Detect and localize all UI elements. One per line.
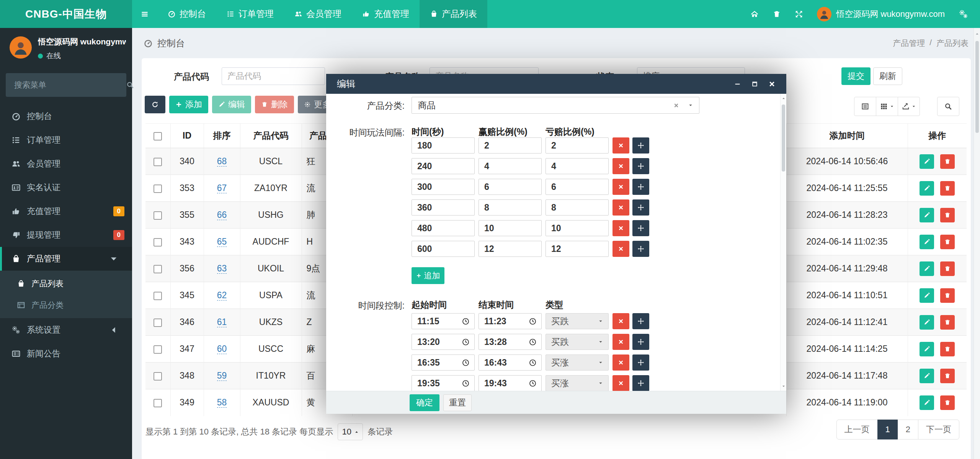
remove-row-button[interactable] bbox=[612, 199, 629, 216]
row-checkbox[interactable] bbox=[154, 292, 162, 300]
row-checkbox[interactable] bbox=[154, 372, 162, 381]
maximize-icon[interactable] bbox=[751, 80, 758, 88]
page-size-select[interactable]: 10 bbox=[338, 423, 363, 440]
move-row-button[interactable] bbox=[632, 199, 649, 216]
nav-item[interactable]: 控制台 bbox=[157, 0, 216, 28]
scroll-up-icon[interactable] bbox=[782, 96, 786, 100]
delete-row-button[interactable] bbox=[940, 154, 955, 169]
delete-row-button[interactable] bbox=[940, 315, 955, 330]
submit-button[interactable]: 提交 bbox=[841, 67, 871, 85]
sidebar-item[interactable]: 充值管理0 bbox=[0, 199, 132, 223]
edit-row-button[interactable] bbox=[920, 395, 934, 410]
delete-row-button[interactable] bbox=[940, 235, 955, 249]
move-row-button[interactable] bbox=[632, 158, 649, 174]
delete-row-button[interactable] bbox=[940, 342, 955, 356]
table-search-button[interactable] bbox=[937, 97, 959, 116]
sort-link[interactable]: 65 bbox=[217, 237, 227, 247]
loss-ratio-input[interactable] bbox=[546, 137, 609, 154]
sidebar-item[interactable]: 产品管理 bbox=[0, 247, 132, 271]
type-select[interactable]: 买涨 bbox=[546, 375, 609, 391]
scroll-down-icon[interactable] bbox=[782, 384, 786, 388]
loss-ratio-input[interactable] bbox=[546, 199, 609, 216]
sidebar-subitem[interactable]: 产品列表 bbox=[0, 273, 132, 294]
fullscreen-icon[interactable] bbox=[795, 10, 803, 18]
user-menu[interactable]: 悟空源码网 wukongymw.com bbox=[817, 7, 945, 21]
settings-gears-icon[interactable] bbox=[959, 9, 969, 19]
reset-button[interactable]: 重置 bbox=[443, 394, 472, 411]
export-button[interactable] bbox=[898, 97, 920, 116]
nav-item[interactable]: 充值管理 bbox=[352, 0, 420, 28]
edit-row-button[interactable] bbox=[920, 154, 934, 169]
next-page-button[interactable]: 下一页 bbox=[918, 420, 959, 439]
clear-icon[interactable] bbox=[673, 103, 679, 108]
win-ratio-input[interactable] bbox=[479, 199, 542, 216]
interval-seconds-input[interactable] bbox=[412, 158, 475, 174]
sort-link[interactable]: 67 bbox=[217, 183, 227, 193]
end-time-input[interactable]: 13:28 bbox=[479, 334, 542, 350]
col-id[interactable]: ID bbox=[170, 124, 204, 148]
delete-button[interactable]: 删除 bbox=[255, 96, 294, 113]
interval-seconds-input[interactable] bbox=[412, 241, 475, 257]
edit-row-button[interactable] bbox=[920, 235, 934, 249]
nav-item[interactable]: 订单管理 bbox=[216, 0, 284, 28]
sidebar-subitem[interactable]: 产品分类 bbox=[0, 294, 132, 316]
columns-button[interactable] bbox=[876, 97, 898, 116]
win-ratio-input[interactable] bbox=[479, 179, 542, 195]
sort-link[interactable]: 60 bbox=[217, 344, 227, 354]
remove-row-button[interactable] bbox=[612, 375, 629, 391]
delete-row-button[interactable] bbox=[940, 261, 955, 276]
move-row-button[interactable] bbox=[632, 354, 649, 371]
move-row-button[interactable] bbox=[632, 241, 649, 257]
sidebar-item[interactable]: 会员管理 bbox=[0, 152, 132, 176]
confirm-button[interactable]: 确定 bbox=[410, 394, 439, 411]
col-sort[interactable]: 排序 bbox=[204, 124, 240, 148]
start-time-input[interactable]: 13:20 bbox=[412, 334, 475, 350]
move-row-button[interactable] bbox=[632, 179, 649, 195]
scrollbar-thumb[interactable] bbox=[782, 105, 785, 172]
brand-logo[interactable]: CNBG-中国生物 bbox=[0, 0, 132, 28]
col-time[interactable]: 添加时间 bbox=[786, 124, 908, 148]
end-time-input[interactable]: 11:23 bbox=[479, 313, 542, 329]
sidebar-item[interactable]: 订单管理 bbox=[0, 128, 132, 152]
move-row-button[interactable] bbox=[632, 334, 649, 350]
prev-page-button[interactable]: 上一页 bbox=[836, 420, 878, 439]
append-button[interactable]: 追加 bbox=[412, 267, 444, 284]
breadcrumb[interactable]: 控制台 bbox=[157, 37, 185, 49]
minimize-icon[interactable] bbox=[734, 80, 741, 88]
close-icon[interactable] bbox=[768, 80, 776, 88]
type-select[interactable]: 买跌 bbox=[546, 313, 609, 329]
delete-row-button[interactable] bbox=[940, 395, 955, 410]
code-input[interactable] bbox=[222, 67, 325, 85]
sidebar-item[interactable]: 提现管理0 bbox=[0, 223, 132, 247]
sidebar-item[interactable]: 控制台 bbox=[0, 105, 132, 128]
remove-row-button[interactable] bbox=[612, 158, 629, 174]
win-ratio-input[interactable] bbox=[479, 137, 542, 154]
sort-link[interactable]: 58 bbox=[217, 397, 227, 408]
move-row-button[interactable] bbox=[632, 313, 649, 329]
sort-link[interactable]: 63 bbox=[217, 263, 227, 274]
sidebar-item[interactable]: 新闻公告 bbox=[0, 342, 132, 366]
sort-link[interactable]: 66 bbox=[217, 210, 227, 220]
delete-row-button[interactable] bbox=[940, 181, 955, 196]
edit-row-button[interactable] bbox=[920, 181, 934, 196]
refresh-button[interactable]: 刷新 bbox=[873, 67, 902, 85]
interval-seconds-input[interactable] bbox=[412, 199, 475, 216]
category-select[interactable]: 商品 bbox=[412, 97, 699, 114]
remove-row-button[interactable] bbox=[612, 241, 629, 257]
edit-row-button[interactable] bbox=[920, 315, 934, 330]
remove-row-button[interactable] bbox=[612, 313, 629, 329]
clear-cache-icon[interactable] bbox=[773, 10, 781, 18]
modal-header[interactable]: 编辑 bbox=[326, 74, 786, 94]
modal-scrollbar[interactable] bbox=[780, 94, 786, 391]
end-time-input[interactable]: 16:43 bbox=[479, 354, 542, 371]
sidebar-item[interactable]: 系统设置 bbox=[0, 318, 132, 342]
search-icon[interactable] bbox=[126, 81, 134, 89]
select-all-checkbox[interactable] bbox=[154, 132, 162, 140]
remove-row-button[interactable] bbox=[612, 179, 629, 195]
end-time-input[interactable]: 19:43 bbox=[479, 375, 542, 391]
type-select[interactable]: 买跌 bbox=[546, 334, 609, 350]
reload-table-button[interactable] bbox=[145, 96, 165, 113]
delete-row-button[interactable] bbox=[940, 208, 955, 222]
move-row-button[interactable] bbox=[632, 375, 649, 391]
edit-row-button[interactable] bbox=[920, 288, 934, 303]
